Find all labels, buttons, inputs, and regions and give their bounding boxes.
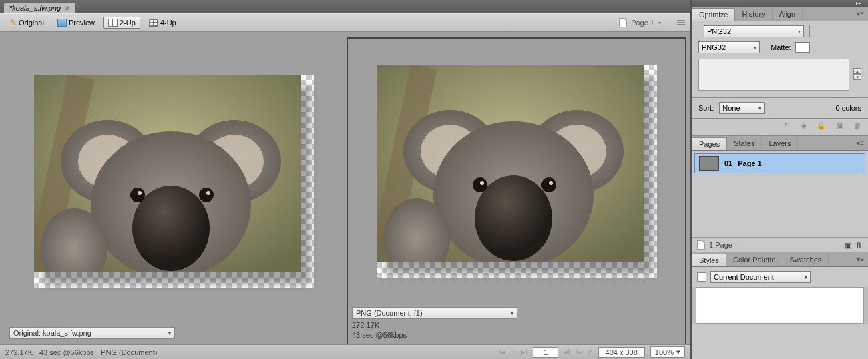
- status-size: 272.17K: [5, 348, 33, 356]
- tab-layers[interactable]: Layers: [762, 137, 798, 149]
- page-icon: [697, 240, 705, 250]
- matte-label: Matte:: [771, 43, 791, 51]
- preview-info-dropdown[interactable]: PNG (Document, f1) ▾: [352, 307, 517, 319]
- canvas-dimensions[interactable]: 404 x 308: [598, 347, 645, 358]
- status-bar: 272.17K 43 sec @56kbps PNG (Document) I◂…: [0, 344, 690, 359]
- svg-point-11: [206, 191, 210, 195]
- panel-menu-icon[interactable]: ▾≡: [853, 256, 868, 263]
- document-tab-title: *koala_s.fw.png: [9, 4, 61, 12]
- page-count: 1 Page: [709, 241, 732, 249]
- page-list-item[interactable]: 01 Page 1: [694, 153, 865, 173]
- original-info-dropdown[interactable]: Original: koala_s.fw.png ▾: [9, 327, 175, 339]
- prev-frame-button[interactable]: ◂I: [564, 348, 570, 356]
- new-icon[interactable]: ▣: [837, 121, 843, 130]
- styles-panel-tabs: Styles Color Palette Swatches ▾≡: [692, 252, 868, 267]
- new-page-icon[interactable]: ▣: [845, 241, 851, 250]
- tab-history[interactable]: History: [735, 8, 772, 20]
- document-tab[interactable]: *koala_s.fw.png ✕: [4, 3, 75, 13]
- tab-align[interactable]: Align: [773, 8, 803, 20]
- chevron-down-icon: ▾: [168, 330, 171, 336]
- optimize-spinner[interactable]: ▴▾: [853, 68, 861, 80]
- preview-download-time: 43 sec @56kbps: [352, 331, 681, 339]
- panel-menu-icon[interactable]: ▾≡: [853, 10, 868, 17]
- page-number: 01: [724, 159, 732, 167]
- chevron-down-icon[interactable]: ▾: [658, 20, 661, 26]
- lock-icon[interactable]: 🔒: [817, 121, 826, 130]
- frame-number-field[interactable]: 1: [533, 347, 558, 358]
- svg-point-24: [549, 181, 553, 185]
- tab-states[interactable]: States: [727, 137, 762, 149]
- optimize-preview-box: [698, 59, 849, 91]
- pages-panel-tabs: Pages States Layers ▾≡: [692, 136, 868, 151]
- view-toolbar: ✎ Original Preview 2-Up 4-Up Page 1 ▾: [0, 13, 690, 32]
- two-up-view-button[interactable]: 2-Up: [103, 17, 140, 29]
- preview-size: 272.17K: [352, 321, 681, 329]
- svg-point-9: [199, 188, 214, 202]
- original-image: [34, 75, 301, 272]
- optimize-format-select[interactable]: PNG32▾: [698, 41, 760, 53]
- next-frame-button[interactable]: I▸: [575, 348, 581, 356]
- tab-styles[interactable]: Styles: [692, 254, 726, 266]
- four-up-icon: [149, 19, 158, 27]
- styles-list[interactable]: [696, 287, 864, 324]
- cube-icon[interactable]: ◈: [801, 121, 806, 130]
- page-name: Page 1: [738, 159, 761, 167]
- document-icon: [697, 272, 706, 282]
- tab-pages[interactable]: Pages: [692, 137, 727, 150]
- image-icon: [57, 19, 67, 27]
- stop-button[interactable]: ⊘: [587, 348, 593, 356]
- status-time: 43 sec @56kbps: [39, 348, 94, 356]
- page-indicator[interactable]: Page 1: [631, 19, 654, 27]
- tab-optimize[interactable]: Optimize: [692, 8, 735, 21]
- matte-swatch[interactable]: [795, 42, 810, 53]
- page-icon: [619, 18, 627, 27]
- pencil-icon: ✎: [10, 18, 17, 27]
- delete-page-icon[interactable]: 🗑: [855, 241, 863, 249]
- export-icon[interactable]: [677, 20, 685, 25]
- zoom-level[interactable]: 100%▾: [650, 346, 685, 358]
- chevron-down-icon: ▾: [511, 310, 513, 316]
- optimize-panel-tabs: Optimize History Align ▾≡: [692, 7, 868, 21]
- svg-point-22: [541, 177, 556, 192]
- page-thumbnail: [699, 156, 719, 171]
- four-up-view-button[interactable]: 4-Up: [144, 17, 181, 29]
- optimize-preset-select[interactable]: PNG32▾: [704, 25, 804, 37]
- colors-count: 0 colors: [835, 104, 861, 112]
- original-panel[interactable]: Original: koala_s.fw.png ▾: [5, 39, 343, 344]
- svg-point-8: [130, 188, 145, 202]
- two-up-icon: [108, 19, 118, 27]
- tab-swatches[interactable]: Swatches: [783, 254, 829, 266]
- svg-point-10: [138, 191, 142, 195]
- svg-point-23: [480, 181, 484, 185]
- preview-image: [377, 65, 644, 262]
- status-mode: PNG (Document): [101, 348, 157, 356]
- first-frame-button[interactable]: I◂: [499, 348, 505, 356]
- document-tab-bar: *koala_s.fw.png ✕: [0, 0, 690, 13]
- sort-label: Sort:: [698, 104, 714, 112]
- preview-panel[interactable]: PNG (Document, f1) ▾ 272.17K 43 sec @56k…: [348, 39, 685, 344]
- preview-view-button[interactable]: Preview: [53, 17, 99, 29]
- panel-collapse-button[interactable]: ▸▸: [692, 0, 868, 7]
- tab-color-palette[interactable]: Color Palette: [726, 254, 783, 266]
- trash-icon[interactable]: 🗑: [854, 121, 861, 130]
- svg-point-21: [473, 177, 487, 192]
- styles-scope-select[interactable]: Current Document▾: [710, 271, 811, 283]
- panel-menu-icon[interactable]: ▾≡: [853, 139, 868, 147]
- play-button[interactable]: ▷: [511, 348, 516, 356]
- rebuild-icon[interactable]: ↻: [784, 121, 790, 130]
- sort-select[interactable]: None▾: [719, 102, 765, 114]
- last-frame-button[interactable]: ▸I: [521, 348, 527, 356]
- original-view-button[interactable]: ✎ Original: [5, 16, 49, 29]
- close-icon[interactable]: ✕: [65, 5, 70, 12]
